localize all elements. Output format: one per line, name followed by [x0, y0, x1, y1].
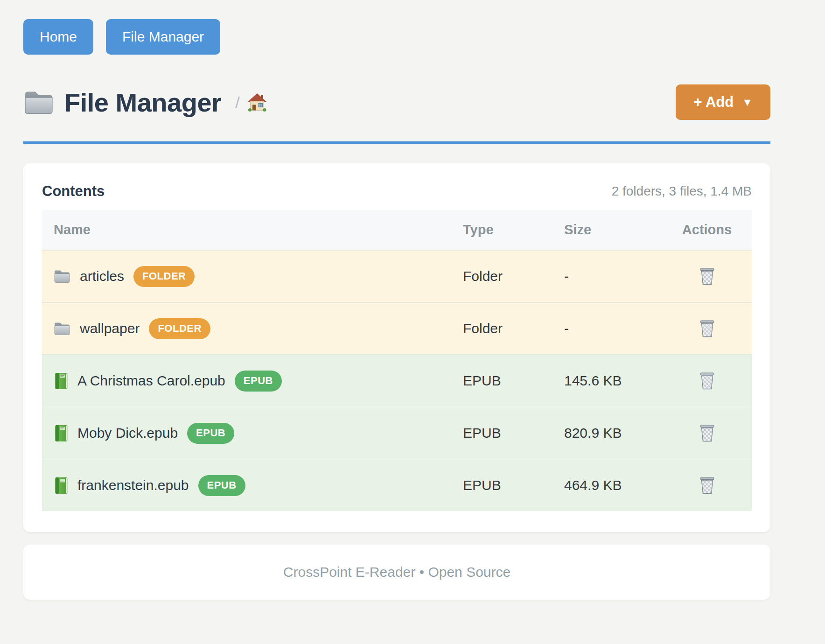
file-name-cell[interactable]: articles FOLDER	[42, 266, 451, 287]
table-row[interactable]: articles FOLDER Folder -	[42, 250, 752, 302]
file-name[interactable]: articles	[80, 268, 124, 284]
column-header-name: Name	[42, 222, 451, 238]
column-header-type: Type	[451, 222, 552, 238]
trash-icon	[699, 371, 715, 390]
column-header-size: Size	[552, 222, 662, 238]
breadcrumb-separator: /	[235, 93, 239, 112]
file-name-cell[interactable]: wallpaper FOLDER	[42, 318, 451, 339]
delete-button[interactable]	[699, 371, 715, 390]
contents-summary: 2 folders, 3 files, 1.4 MB	[612, 184, 752, 199]
delete-button[interactable]	[699, 267, 715, 286]
add-button[interactable]: + Add ▼	[676, 84, 770, 120]
page-footer: CrossPoint E-Reader • Open Source	[23, 545, 770, 600]
file-name-cell[interactable]: A Christmas Carol.epub EPUB	[42, 371, 451, 392]
nav-file-manager-button[interactable]: File Manager	[106, 19, 220, 55]
file-table: Name Type Size Actions articles FOLDER F…	[42, 210, 752, 511]
actions-cell	[662, 424, 752, 442]
footer-text: CrossPoint E-Reader • Open Source	[283, 564, 510, 580]
home-icon[interactable]	[247, 92, 267, 112]
file-name[interactable]: frankenstein.epub	[77, 477, 189, 493]
contents-card-header: Contents 2 folders, 3 files, 1.4 MB	[42, 183, 752, 200]
file-size: 820.9 KB	[552, 425, 662, 441]
nav-home-button[interactable]: Home	[23, 19, 93, 55]
book-icon	[54, 372, 68, 390]
file-type: EPUB	[451, 373, 552, 389]
title-wrap: File Manager /	[23, 87, 676, 118]
file-type: EPUB	[451, 477, 552, 493]
folder-icon	[54, 321, 70, 336]
file-type: Folder	[451, 268, 552, 284]
actions-cell	[662, 476, 752, 495]
column-header-actions: Actions	[662, 222, 752, 238]
table-row[interactable]: wallpaper FOLDER Folder -	[42, 302, 752, 354]
breadcrumb: /	[235, 92, 266, 112]
file-name[interactable]: A Christmas Carol.epub	[77, 373, 225, 389]
file-name-cell[interactable]: Moby Dick.epub EPUB	[42, 423, 451, 444]
file-type: Folder	[451, 321, 552, 336]
folder-badge: FOLDER	[133, 266, 195, 287]
file-size: -	[552, 321, 662, 336]
trash-icon	[699, 424, 715, 442]
delete-button[interactable]	[699, 424, 715, 442]
book-icon	[54, 477, 68, 494]
add-button-label: + Add	[693, 94, 734, 111]
folder-icon	[23, 89, 54, 115]
epub-badge: EPUB	[198, 475, 245, 496]
folder-icon	[54, 269, 70, 284]
file-name[interactable]: Moby Dick.epub	[77, 425, 178, 441]
page-title: File Manager	[64, 87, 221, 118]
actions-cell	[662, 319, 752, 338]
file-size: 464.9 KB	[552, 477, 662, 493]
trash-icon	[699, 319, 715, 338]
actions-cell	[662, 371, 752, 390]
file-name[interactable]: wallpaper	[80, 321, 140, 336]
delete-button[interactable]	[699, 319, 715, 338]
trash-icon	[699, 476, 715, 495]
actions-cell	[662, 267, 752, 286]
trash-icon	[699, 267, 715, 286]
table-header-row: Name Type Size Actions	[42, 210, 752, 250]
table-row[interactable]: A Christmas Carol.epub EPUB EPUB 145.6 K…	[42, 354, 752, 406]
table-row[interactable]: Moby Dick.epub EPUB EPUB 820.9 KB	[42, 406, 752, 459]
contents-card: Contents 2 folders, 3 files, 1.4 MB Name…	[23, 163, 770, 532]
chevron-down-icon: ▼	[742, 96, 753, 109]
epub-badge: EPUB	[235, 371, 282, 392]
top-nav: Home File Manager	[23, 19, 770, 55]
page: Home File Manager File Manager / + Add ▼…	[23, 0, 770, 600]
file-name-cell[interactable]: frankenstein.epub EPUB	[42, 475, 451, 496]
header-divider	[23, 141, 770, 144]
file-size: -	[552, 268, 662, 284]
table-row[interactable]: frankenstein.epub EPUB EPUB 464.9 KB	[42, 459, 752, 511]
page-header: File Manager / + Add ▼	[23, 84, 770, 120]
book-icon	[54, 425, 68, 442]
file-size: 145.6 KB	[552, 373, 662, 389]
epub-badge: EPUB	[187, 423, 234, 444]
folder-badge: FOLDER	[149, 318, 210, 339]
delete-button[interactable]	[699, 476, 715, 495]
contents-title: Contents	[42, 183, 105, 200]
file-type: EPUB	[451, 425, 552, 441]
